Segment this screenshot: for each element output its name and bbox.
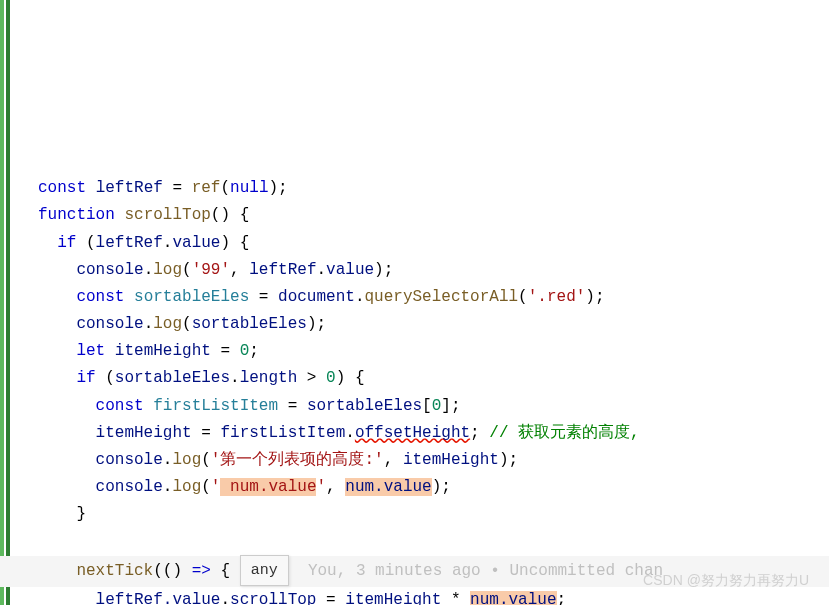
git-gutter-added bbox=[0, 0, 4, 605]
code-line[interactable]: } bbox=[38, 505, 86, 523]
variable: leftRef bbox=[96, 179, 163, 197]
search-highlight: num.value bbox=[345, 478, 431, 496]
code-line[interactable]: const leftRef = ref(null); bbox=[38, 179, 288, 197]
code-line[interactable]: if (sortableEles.length > 0) { bbox=[38, 369, 364, 387]
gutter bbox=[0, 0, 12, 605]
code-line[interactable]: console.log(sortableEles); bbox=[38, 315, 326, 333]
code-editor-content[interactable]: const leftRef = ref(null); function scro… bbox=[8, 175, 829, 605]
code-line[interactable]: itemHeight = firstListItem.offsetHeight;… bbox=[38, 424, 640, 442]
code-line[interactable]: if (leftRef.value) { bbox=[38, 234, 249, 252]
keyword-const: const bbox=[38, 179, 86, 197]
error-squiggle[interactable]: leftRef.value bbox=[96, 591, 221, 605]
search-highlight: num.value bbox=[220, 478, 316, 496]
hover-tooltip[interactable]: any bbox=[240, 555, 289, 587]
keyword-if: if bbox=[57, 234, 76, 252]
code-line[interactable]: let itemHeight = 0; bbox=[38, 342, 259, 360]
function-call: ref bbox=[192, 179, 221, 197]
comment: // 获取元素的高度, bbox=[480, 424, 640, 442]
code-line[interactable]: console.log('99', leftRef.value); bbox=[38, 261, 393, 279]
null-literal: null bbox=[230, 179, 268, 197]
code-line[interactable]: console.log(' num.value', num.value); bbox=[38, 478, 451, 496]
git-blame-annotation[interactable]: You, 3 minutes ago • Uncommitted chan bbox=[308, 562, 663, 580]
code-line[interactable]: console.log('第一个列表项的高度:', itemHeight); bbox=[38, 451, 518, 469]
error-squiggle[interactable]: offsetHeight bbox=[355, 424, 470, 442]
string-literal: '99' bbox=[192, 261, 230, 279]
search-highlight: num.value bbox=[470, 591, 556, 605]
function-name: scrollTop bbox=[124, 206, 210, 224]
git-gutter-added-2 bbox=[6, 0, 10, 605]
keyword-function: function bbox=[38, 206, 115, 224]
watermark: CSDN @努力努力再努力U bbox=[643, 569, 809, 593]
code-line[interactable]: function scrollTop() { bbox=[38, 206, 249, 224]
code-line[interactable]: leftRef.value.scrollTop = itemHeight * n… bbox=[38, 591, 566, 605]
code-line[interactable]: const firstListItem = sortableEles[0]; bbox=[38, 397, 461, 415]
code-line[interactable]: const sortableEles = document.querySelec… bbox=[38, 288, 605, 306]
